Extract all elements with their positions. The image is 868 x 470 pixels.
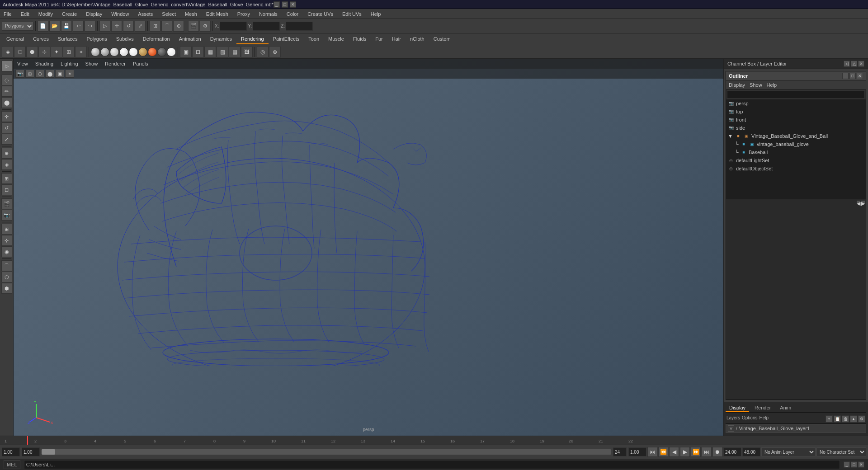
outliner-item-persp[interactable]: 📷 persp (726, 99, 866, 108)
shelf-extra-1[interactable]: ◎ (257, 46, 269, 58)
tab-fluids[interactable]: Fluids (349, 34, 371, 44)
tab-general[interactable]: General (2, 34, 28, 44)
sphere-icon-7[interactable] (148, 47, 157, 56)
viewport-menu-show[interactable]: Show (85, 61, 98, 66)
layer-btn-1[interactable]: + (826, 415, 833, 423)
tab-custom[interactable]: Custom (429, 34, 455, 44)
taskbar-minimize[interactable]: _ (844, 461, 850, 468)
tab-deformation[interactable]: Deformation (138, 34, 175, 44)
shelf-btn-1[interactable]: ◈ (2, 46, 14, 58)
rotate-tool-button[interactable]: ↺ (1, 122, 12, 133)
shelf-btn-4[interactable]: ⊹ (38, 46, 50, 58)
lasso-tool-button[interactable]: ◌ (1, 75, 12, 85)
shelf-render-btn-3[interactable]: ▦ (204, 46, 216, 58)
close-button[interactable]: ✕ (290, 1, 296, 8)
snap-point-button[interactable]: ⊕ (173, 21, 184, 32)
viewport-menu-lighting[interactable]: Lighting (61, 61, 78, 66)
sphere-icon-5[interactable] (129, 47, 138, 56)
snap-grid-button[interactable]: ⊞ (150, 21, 160, 32)
sphere-icon-2[interactable] (100, 47, 109, 56)
viewport-menu-shading[interactable]: Shading (35, 61, 53, 66)
tab-fur[interactable]: Fur (371, 34, 387, 44)
layer-btn-4[interactable]: ▲ (850, 415, 857, 423)
move-button[interactable]: ✛ (111, 21, 122, 32)
outliner-item-glove-mesh[interactable]: └ ■ ▣ vintage_baseball_glove (726, 140, 866, 148)
outliner-item-glove-group[interactable]: ▼ ■ ▣ Vintage_Baseball_Glove_and_Ball (726, 132, 866, 140)
tab-animation[interactable]: Animation (175, 34, 206, 44)
y-field[interactable] (253, 22, 280, 31)
sphere-icon-8[interactable] (157, 47, 166, 56)
menu-edit-mesh[interactable]: Edit Mesh (204, 10, 230, 18)
layer-sub-tab-help[interactable]: Help (759, 415, 769, 423)
show-manipulator-button[interactable]: ⊞ (1, 173, 12, 184)
hide-manipulator-button[interactable]: ⊟ (1, 184, 12, 195)
layer-sub-tab-layers[interactable]: Layers (726, 415, 740, 423)
menu-modify[interactable]: Modify (37, 10, 55, 18)
menu-assets[interactable]: Assets (136, 10, 155, 18)
polygon-button[interactable]: ⬢ (1, 283, 12, 294)
playback-range-bar[interactable] (42, 449, 611, 455)
vp-smooth-button[interactable]: ⬤ (45, 70, 54, 78)
sphere-icon-1[interactable] (91, 47, 100, 56)
scroll-right[interactable]: ▶ (861, 201, 865, 204)
sphere-icon-4[interactable] (119, 47, 128, 56)
menu-proxy[interactable]: Proxy (236, 10, 252, 18)
shelf-btn-5[interactable]: ✦ (51, 46, 62, 58)
anim-end3-field[interactable] (742, 447, 760, 456)
vp-texture-button[interactable]: ▣ (55, 70, 64, 78)
layer-row-glove[interactable]: V / Vintage_Baseball_Glove_layer1 (726, 424, 866, 433)
universal-manip-button[interactable]: ⊕ (1, 148, 12, 159)
current-frame-field[interactable] (22, 447, 40, 456)
surface-button[interactable]: ⬡ (1, 272, 12, 282)
render-view-button[interactable]: 🎬 (1, 198, 12, 209)
outliner-item-top[interactable]: 📷 top (726, 108, 866, 116)
layer-visibility[interactable]: V (728, 425, 734, 432)
viewport[interactable]: View Shading Lighting Show Renderer Pane… (14, 59, 723, 436)
vp-wireframe-button[interactable]: ⬡ (35, 70, 44, 78)
outliner-item-objectset[interactable]: ◎ defaultObjectSet (726, 164, 866, 173)
layer-btn-3[interactable]: 🗑 (842, 415, 849, 423)
paint-tool-button[interactable]: ✏ (1, 86, 12, 97)
tab-toon[interactable]: Toon (304, 34, 324, 44)
char-set-select[interactable]: No Character Set (816, 447, 866, 456)
end-frame-field[interactable] (613, 447, 627, 456)
outliner-search-input[interactable] (727, 90, 865, 99)
shelf-btn-2[interactable]: ⬡ (14, 46, 26, 58)
menu-select[interactable]: Select (160, 10, 178, 18)
step-forward-button[interactable]: ⏩ (691, 447, 701, 457)
outliner-menu-display[interactable]: Display (729, 82, 745, 88)
tab-painteffects[interactable]: PaintEffects (269, 34, 304, 44)
menu-create[interactable]: Create (60, 10, 79, 18)
menu-window[interactable]: Window (109, 10, 131, 18)
start-frame-field[interactable] (2, 447, 20, 456)
curve-button[interactable]: ⌒ (1, 260, 12, 271)
shelf-render-btn-4[interactable]: ▧ (217, 46, 228, 58)
menu-display[interactable]: Display (84, 10, 104, 18)
play-back-button[interactable]: ◀ (669, 447, 679, 457)
outliner-close-btn[interactable]: ✕ (857, 73, 863, 79)
cb-tab-display[interactable]: Display (726, 404, 749, 412)
tab-muscle[interactable]: Muscle (324, 34, 349, 44)
panel-btn-1[interactable]: ◁ (844, 61, 850, 67)
save-scene-button[interactable]: 💾 (61, 21, 72, 32)
menu-help[interactable]: Help (369, 10, 383, 18)
auto-key-button[interactable]: ⏺ (712, 447, 722, 457)
menu-create-uvs[interactable]: Create UVs (306, 10, 335, 18)
outliner-max-btn[interactable]: □ (849, 73, 856, 79)
cb-tab-render[interactable]: Render (751, 404, 774, 412)
outliner-item-front[interactable]: 📷 front (726, 116, 866, 124)
undo-button[interactable]: ↩ (73, 21, 84, 32)
new-scene-button[interactable]: 📄 (38, 21, 48, 32)
redo-button[interactable]: ↪ (85, 21, 95, 32)
range-handle[interactable] (42, 449, 55, 455)
scroll-left[interactable]: ◀ (857, 201, 860, 204)
shelf-btn-7[interactable]: ⌖ (75, 46, 87, 58)
anim-end-field[interactable] (628, 447, 646, 456)
sphere-icon-6[interactable] (138, 47, 147, 56)
window-controls[interactable]: _ □ ✕ (274, 1, 296, 8)
shelf-extra-2[interactable]: ⊛ (269, 46, 281, 58)
rotate-button[interactable]: ↺ (123, 21, 134, 32)
anim-layer-select[interactable]: No Anim Layer (761, 447, 816, 456)
menu-normals[interactable]: Normals (257, 10, 279, 18)
x-field[interactable] (220, 22, 247, 31)
